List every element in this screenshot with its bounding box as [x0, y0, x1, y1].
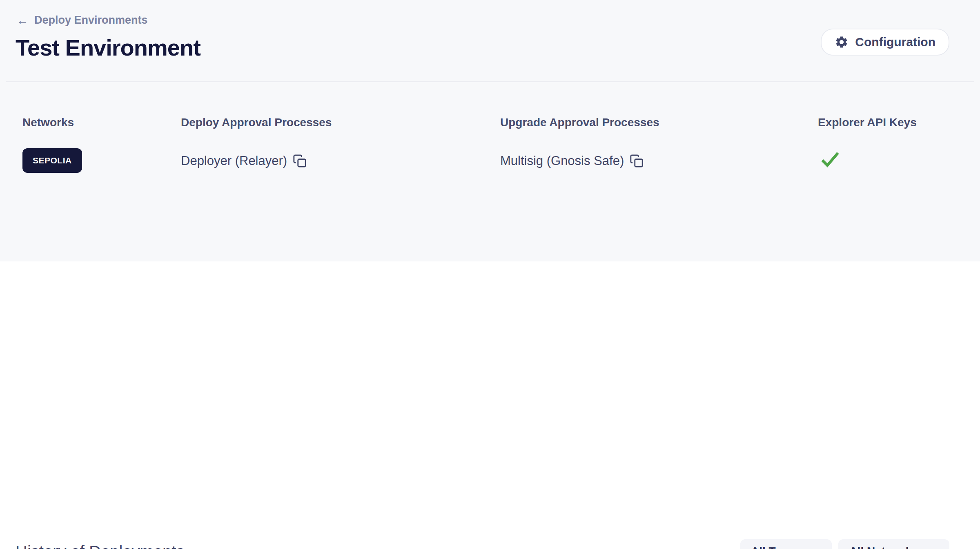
breadcrumb-back-link[interactable]: ← Deploy Environments: [16, 14, 148, 27]
page-title: Test Environment: [16, 34, 200, 61]
explorer-api-keys-check-icon: [819, 148, 841, 170]
type-filter-dropdown[interactable]: All Types: [740, 539, 832, 549]
deploy-approval-process: Deployer (Relayer): [181, 154, 307, 168]
deploy-environment-page: ← Deploy Environments Test Environment C…: [0, 0, 980, 549]
copy-icon[interactable]: [293, 154, 307, 168]
column-header-explorer-api-keys: Explorer API Keys: [818, 116, 917, 129]
chevron-down-icon: [810, 546, 821, 549]
network-filter-dropdown[interactable]: All Networks: [838, 539, 949, 549]
header-divider: [6, 81, 974, 82]
network-filter-value: All Networks: [849, 545, 918, 549]
history-title: History of Deployments: [16, 542, 184, 549]
column-header-deploy-approval: Deploy Approval Processes: [181, 116, 332, 129]
configuration-button[interactable]: Configuration: [821, 29, 949, 56]
configuration-button-label: Configuration: [855, 35, 935, 49]
history-of-deployments-section: History of Deployments All Types All Net…: [0, 261, 980, 549]
breadcrumb-label: Deploy Environments: [34, 14, 148, 27]
deploy-approval-label: Deployer (Relayer): [181, 154, 287, 168]
upgrade-approval-label: Multisig (Gnosis Safe): [500, 154, 624, 168]
column-header-upgrade-approval: Upgrade Approval Processes: [500, 116, 659, 129]
chevron-down-icon: [927, 546, 939, 549]
network-badge-sepolia: SEPOLIA: [22, 148, 82, 173]
gear-icon: [835, 35, 849, 49]
type-filter-value: All Types: [751, 545, 801, 549]
column-header-networks: Networks: [22, 116, 74, 129]
back-arrow-icon: ←: [16, 14, 29, 27]
copy-icon[interactable]: [630, 154, 644, 168]
environment-summary-section: ← Deploy Environments Test Environment C…: [0, 0, 980, 261]
upgrade-approval-process: Multisig (Gnosis Safe): [500, 154, 644, 168]
history-filters: All Types All Networks: [740, 539, 949, 549]
